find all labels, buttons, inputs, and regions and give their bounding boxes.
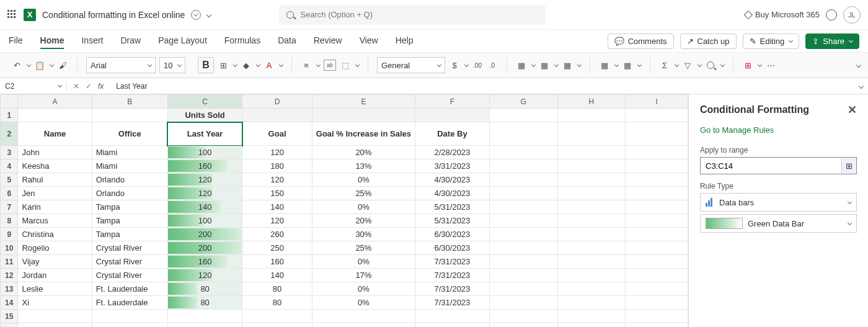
cell-E14[interactable]: 0% [312, 296, 415, 310]
cell-B9[interactable]: Tampa [92, 228, 167, 241]
cell-F14[interactable]: 7/31/2023 [415, 296, 490, 310]
cell-F12[interactable]: 7/31/2023 [415, 269, 490, 282]
cell-D2[interactable]: Goal [242, 122, 312, 146]
cell-B2[interactable]: Office [92, 122, 167, 146]
cell-C2[interactable]: Last Year [167, 122, 242, 146]
format-painter-icon[interactable]: 🖌 [57, 60, 68, 71]
comments-button[interactable]: 💬 Comments [608, 34, 674, 49]
col-header-I[interactable]: I [626, 95, 688, 109]
row-header-3[interactable]: 3 [1, 146, 18, 159]
autosum-icon[interactable]: Σ [659, 60, 670, 71]
font-name-select[interactable]: Arial [86, 57, 156, 73]
row-header-11[interactable]: 11 [1, 255, 18, 269]
cell-B6[interactable]: Orlando [92, 187, 167, 200]
row-header-12[interactable]: 12 [1, 269, 18, 282]
col-header-A[interactable]: A [18, 95, 92, 109]
align-icon[interactable]: ≡ [301, 60, 312, 71]
cell-C9[interactable]: 200 [167, 228, 242, 241]
number-format-select[interactable]: General [377, 57, 445, 73]
tab-help[interactable]: Help [396, 35, 414, 47]
cell-E10[interactable]: 25% [312, 241, 415, 255]
search-input[interactable]: Search (Option + Q) [279, 5, 546, 25]
insert-cells-icon[interactable]: ▦ [599, 60, 610, 71]
cell-E6[interactable]: 25% [312, 187, 415, 200]
tab-data[interactable]: Data [278, 35, 296, 47]
tab-formulas[interactable]: Formulas [224, 35, 260, 47]
cell-F2[interactable]: Date By [415, 122, 490, 146]
cell-E5[interactable]: 0% [312, 173, 415, 187]
currency-icon[interactable]: $ [449, 60, 460, 71]
rule-style-select[interactable]: Green Data Bar [700, 214, 857, 233]
select-all-cell[interactable] [1, 95, 18, 109]
row-header-9[interactable]: 9 [1, 228, 18, 241]
cell-E3[interactable]: 20% [312, 146, 415, 159]
cell-E7[interactable]: 0% [312, 200, 415, 214]
cond-format-icon[interactable]: ▦ [516, 60, 527, 71]
wrap-text-icon[interactable]: ab [324, 60, 336, 71]
cell-A4[interactable]: Keesha [18, 159, 92, 173]
cell-A7[interactable]: Karin [18, 200, 92, 214]
paste-icon[interactable]: 📋 [34, 60, 45, 71]
cell-E13[interactable]: 0% [312, 282, 415, 296]
cell-D9[interactable]: 260 [242, 228, 312, 241]
cell-C13[interactable]: 80 [167, 282, 242, 296]
expand-formula-icon[interactable] [859, 83, 864, 88]
cell-A10[interactable]: Rogelio [18, 241, 92, 255]
cell-style-icon[interactable]: ▦ [562, 60, 573, 71]
close-pane-icon[interactable]: ✕ [848, 103, 857, 117]
borders-icon[interactable]: ⊞ [218, 60, 229, 71]
cell-C8[interactable]: 100 [167, 214, 242, 228]
cell-A9[interactable]: Christina [18, 228, 92, 241]
cell-D4[interactable]: 180 [242, 159, 312, 173]
cell-C4[interactable]: 160 [167, 159, 242, 173]
table-style-icon[interactable]: ▦ [539, 60, 550, 71]
editing-mode-button[interactable]: ✎ Editing [743, 34, 800, 49]
cell-F3[interactable]: 2/28/2023 [415, 146, 490, 159]
cell-D3[interactable]: 120 [242, 146, 312, 159]
bold-button[interactable]: B [198, 57, 214, 73]
increase-decimal-icon[interactable]: .0 [487, 60, 498, 71]
row-header-16[interactable]: 16 [1, 323, 18, 328]
cell-D13[interactable]: 80 [242, 282, 312, 296]
col-header-C[interactable]: C [167, 95, 242, 109]
fx-icon[interactable]: fx [98, 82, 104, 91]
cell-C12[interactable]: 120 [167, 269, 242, 282]
cell-E12[interactable]: 17% [312, 269, 415, 282]
cell-A8[interactable]: Marcus [18, 214, 92, 228]
cell-C3[interactable]: 100 [167, 146, 242, 159]
row-header-2[interactable]: 2 [1, 122, 18, 146]
font-size-select[interactable]: 10 [159, 57, 185, 73]
cell-B4[interactable]: Miami [92, 159, 167, 173]
cell-F10[interactable]: 6/30/2023 [415, 241, 490, 255]
cell-B5[interactable]: Orlando [92, 173, 167, 187]
col-header-E[interactable]: E [312, 95, 415, 109]
cell-E11[interactable]: 0% [312, 255, 415, 269]
undo-icon[interactable]: ↶ [11, 60, 22, 71]
tab-file[interactable]: File [9, 35, 23, 47]
cell-D7[interactable]: 140 [242, 200, 312, 214]
name-box[interactable]: C2 [0, 82, 67, 91]
share-button[interactable]: ⇪ Share [805, 34, 859, 49]
row-header-15[interactable]: 15 [1, 310, 18, 323]
cell-F6[interactable]: 4/30/2023 [415, 187, 490, 200]
spreadsheet-grid[interactable]: ABCDEFGHI1Units Sold2NameOfficeLast Year… [0, 94, 688, 327]
col-header-B[interactable]: B [92, 95, 167, 109]
cell-F7[interactable]: 5/31/2023 [415, 200, 490, 214]
cell-D12[interactable]: 140 [242, 269, 312, 282]
sort-filter-icon[interactable]: ▽ [682, 60, 693, 71]
cell-A12[interactable]: Jordan [18, 269, 92, 282]
col-header-F[interactable]: F [415, 95, 490, 109]
cell-C14[interactable]: 80 [167, 296, 242, 310]
more-icon[interactable]: ⋯ [765, 60, 776, 71]
cell-D5[interactable]: 120 [242, 173, 312, 187]
cell-F5[interactable]: 4/30/2023 [415, 173, 490, 187]
catch-up-button[interactable]: ↗ Catch up [680, 34, 737, 49]
cell-C5[interactable]: 120 [167, 173, 242, 187]
cell-F8[interactable]: 5/31/2023 [415, 214, 490, 228]
cell-D11[interactable]: 160 [242, 255, 312, 269]
buy-365-button[interactable]: Buy Microsoft 365 [745, 10, 820, 19]
cell-A14[interactable]: Xi [18, 296, 92, 310]
row-header-13[interactable]: 13 [1, 282, 18, 296]
user-avatar[interactable]: JL [843, 6, 861, 24]
cell-B10[interactable]: Crystal River [92, 241, 167, 255]
